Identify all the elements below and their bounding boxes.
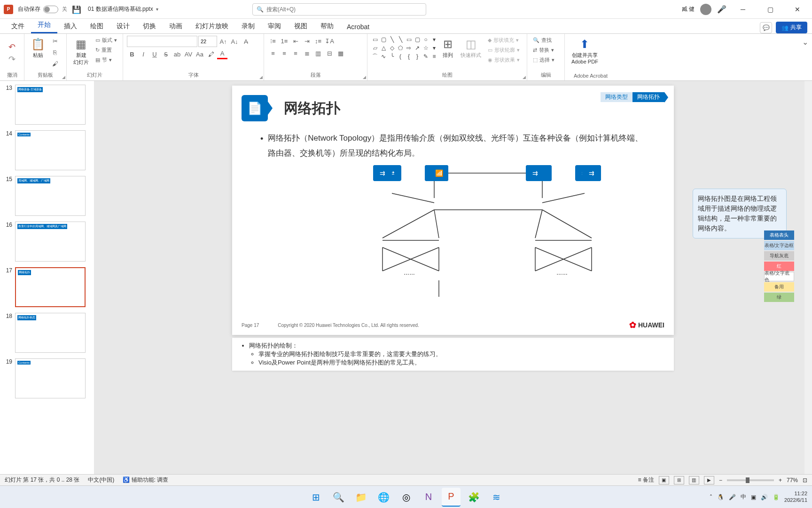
explorer-icon[interactable]: 📁 (351, 488, 370, 507)
section-button[interactable]: ▤ 节 ▾ (94, 56, 119, 64)
replace-button[interactable]: ⇄ 替换 ▾ (531, 46, 556, 55)
thumbnail-19[interactable]: Contents (15, 358, 86, 398)
char-spacing-button[interactable]: AV (183, 49, 194, 59)
tray-app-icon[interactable]: 🐧 (717, 494, 724, 500)
slide-editor[interactable]: 网络类型 网络拓扑 📄 网络拓扑 •网络拓扑（Network Topology）… (94, 81, 812, 474)
swatch[interactable]: 导航灰底 (764, 251, 794, 261)
bullets-button[interactable]: ⁝≡ (268, 36, 278, 46)
vertical-scrollbar[interactable] (804, 81, 812, 474)
minimize-button[interactable]: ─ (732, 2, 754, 17)
volume-icon[interactable]: 🔊 (761, 494, 768, 500)
new-slide-button[interactable]: ▦ 新建 幻灯片 (70, 36, 92, 68)
tab-file[interactable]: 文件 (5, 19, 31, 33)
undo-button[interactable]: ↶ (7, 42, 17, 52)
reading-view-button[interactable]: ▥ (689, 476, 699, 484)
language-status[interactable]: 中文(中国) (88, 476, 114, 484)
reset-button[interactable]: ↻ 重置 (94, 46, 119, 55)
create-pdf-button[interactable]: ⬆ 创建并共享 Adobe PDF (569, 36, 601, 66)
swatch[interactable]: 表格/文字边框 (764, 241, 794, 250)
swatch[interactable]: 红 (764, 262, 794, 271)
title-chevron-icon[interactable]: ▾ (156, 7, 158, 12)
fit-window-button[interactable]: ⊡ (803, 477, 807, 484)
swatch[interactable]: 备用 (764, 282, 794, 292)
tray-chevron-icon[interactable]: ˄ (710, 494, 712, 500)
strike-button[interactable]: S̶ (161, 49, 171, 59)
sorter-view-button[interactable]: ⊞ (674, 476, 684, 484)
start-button[interactable]: ⊞ (306, 488, 325, 507)
tab-review[interactable]: 审阅 (261, 19, 288, 33)
tab-help[interactable]: 帮助 (314, 19, 340, 33)
thumbnail-17[interactable]: 网络拓扑 (15, 267, 86, 307)
thumbnail-13[interactable]: 网络设备-主域设备 (15, 85, 86, 125)
tab-home[interactable]: 开始 (31, 18, 57, 33)
paragraph-launcher-icon[interactable]: ◢ (363, 75, 366, 79)
justify-button[interactable]: ≣ (302, 48, 312, 58)
app-icon-3[interactable]: ≋ (487, 488, 506, 507)
shadow-button[interactable]: ab (172, 49, 182, 59)
tab-design[interactable]: 设计 (110, 19, 136, 33)
font-family-select[interactable] (127, 36, 197, 47)
mic-icon[interactable]: 🎤 (717, 5, 726, 14)
app-icon-2[interactable]: 🧩 (464, 488, 483, 507)
bold-button[interactable]: B (127, 49, 137, 59)
swatch[interactable]: 绿 (764, 293, 794, 302)
thumbnail-16[interactable]: 教育行业中的局域网、城域网及广域网 (15, 222, 86, 262)
find-button[interactable]: 🔍 查找 (531, 36, 556, 45)
align-text-button[interactable]: ⊟ (324, 48, 335, 58)
ribbon-collapse-icon[interactable]: ⌄ (802, 38, 808, 46)
slide-thumbnails-panel[interactable]: 13网络设备-主域设备 14Contents 15局域网、城域网、广域网 16教… (0, 81, 94, 474)
clear-format-button[interactable]: A̶ (241, 36, 251, 47)
italic-button[interactable]: I (138, 49, 148, 59)
maximize-button[interactable]: ▢ (759, 2, 781, 17)
format-painter-button[interactable]: 🖌 (50, 58, 60, 69)
redo-button[interactable]: ↷ (7, 54, 17, 64)
select-button[interactable]: ⬚ 选择 ▾ (531, 56, 556, 64)
notes-pane[interactable]: 网络拓扑的绘制： 掌握专业的网络拓扑图绘制技巧是非常重要的，这需要大量的练习。 … (232, 338, 674, 371)
tab-animations[interactable]: 动画 (163, 19, 189, 33)
swatch[interactable]: 表格/文字底色 (764, 272, 794, 281)
font-color-button[interactable]: A (217, 49, 227, 59)
tab-transitions[interactable]: 切换 (136, 19, 163, 33)
copy-button[interactable]: ⎘ (50, 47, 60, 57)
avatar[interactable] (700, 4, 711, 15)
edge-icon[interactable]: 🌐 (374, 488, 393, 507)
numbering-button[interactable]: 1≡ (279, 36, 289, 46)
decrease-font-button[interactable]: A↓ (229, 36, 240, 47)
app-icon[interactable]: ◎ (397, 488, 415, 507)
line-spacing-button[interactable]: ↕≡ (313, 36, 323, 46)
columns-button[interactable]: ▥ (313, 48, 323, 58)
zoom-out-button[interactable]: − (719, 477, 722, 484)
onenote-icon[interactable]: N (419, 488, 438, 507)
underline-button[interactable]: U (149, 49, 160, 59)
shape-effects-button[interactable]: ◉ 形状效果 ▾ (486, 56, 522, 64)
thumbnail-15[interactable]: 局域网、城域网、广域网 (15, 176, 86, 216)
highlight-button[interactable]: 🖍 (206, 49, 216, 59)
tab-insert[interactable]: 插入 (57, 19, 84, 33)
zoom-in-button[interactable]: + (779, 477, 782, 484)
align-center-button[interactable]: ≡ (279, 48, 289, 58)
text-direction-button[interactable]: ↧A (324, 36, 335, 46)
slide-canvas[interactable]: 网络类型 网络拓扑 📄 网络拓扑 •网络拓扑（Network Topology）… (232, 86, 674, 335)
paste-button[interactable]: 📋 粘贴 (28, 36, 48, 61)
tab-draw[interactable]: 绘图 (84, 19, 110, 33)
accessibility-status[interactable]: ♿ 辅助功能: 调查 (123, 476, 168, 484)
ime-icon[interactable]: 中 (741, 493, 746, 501)
drawing-launcher-icon[interactable]: ◢ (523, 75, 526, 79)
zoom-slider[interactable] (727, 479, 774, 481)
autosave-toggle[interactable] (43, 6, 58, 13)
clipboard-launcher-icon[interactable]: ◢ (62, 75, 65, 79)
thumbnail-18[interactable]: 网络拓扑形态 (15, 313, 86, 353)
shape-fill-button[interactable]: ◆ 形状填充 ▾ (486, 36, 522, 45)
system-clock[interactable]: 11:22 2022/6/11 (784, 491, 807, 503)
smartart-button[interactable]: ▦ (336, 48, 346, 58)
tab-record[interactable]: 录制 (235, 19, 261, 33)
layout-button[interactable]: ▭ 版式 ▾ (94, 36, 119, 45)
powerpoint-taskbar-icon[interactable]: P (442, 488, 461, 507)
normal-view-button[interactable]: ▣ (659, 476, 669, 484)
battery-icon[interactable]: 🔋 (773, 494, 780, 500)
share-button[interactable]: 👥 共享 (776, 22, 807, 33)
close-button[interactable]: ✕ (787, 2, 808, 17)
quick-styles-button[interactable]: ◫ 快速样式 (458, 36, 484, 61)
swatch[interactable]: 表格表头 (764, 230, 794, 240)
align-left-button[interactable]: ≡ (268, 48, 278, 58)
